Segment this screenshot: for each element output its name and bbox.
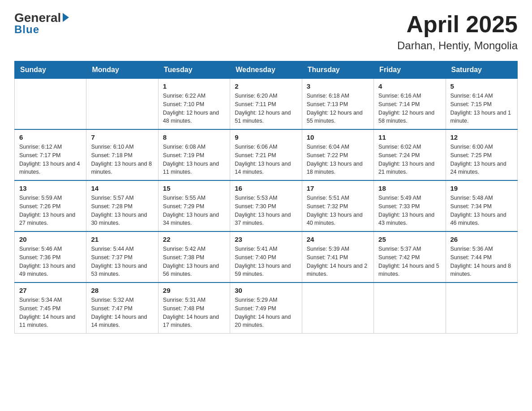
day-number: 23	[235, 235, 297, 243]
day-number: 22	[163, 235, 225, 243]
day-number: 8	[163, 133, 225, 141]
calendar-cell: 20Sunrise: 5:46 AM Sunset: 7:36 PM Dayli…	[15, 231, 86, 283]
day-info: Sunrise: 5:37 AM Sunset: 7:42 PM Dayligh…	[378, 245, 441, 278]
day-info: Sunrise: 6:22 AM Sunset: 7:10 PM Dayligh…	[163, 92, 225, 125]
calendar-cell: 9Sunrise: 6:06 AM Sunset: 7:21 PM Daylig…	[230, 129, 302, 180]
day-info: Sunrise: 5:41 AM Sunset: 7:40 PM Dayligh…	[235, 245, 297, 278]
day-number: 28	[91, 287, 153, 294]
calendar-cell: 14Sunrise: 5:57 AM Sunset: 7:28 PM Dayli…	[86, 180, 158, 231]
calendar-cell: 5Sunrise: 6:14 AM Sunset: 7:15 PM Daylig…	[446, 79, 517, 130]
location-title: Darhan, Hentiy, Mongolia	[397, 39, 518, 52]
calendar-cell: 7Sunrise: 6:10 AM Sunset: 7:18 PM Daylig…	[86, 129, 158, 180]
day-number: 27	[19, 287, 82, 294]
calendar-cell: 30Sunrise: 5:29 AM Sunset: 7:49 PM Dayli…	[230, 283, 302, 334]
calendar-cell: 19Sunrise: 5:48 AM Sunset: 7:34 PM Dayli…	[446, 180, 517, 231]
day-info: Sunrise: 5:46 AM Sunset: 7:36 PM Dayligh…	[19, 245, 82, 278]
day-info: Sunrise: 6:18 AM Sunset: 7:13 PM Dayligh…	[307, 92, 369, 125]
day-number: 12	[450, 133, 513, 141]
day-number: 30	[235, 287, 297, 294]
day-info: Sunrise: 6:08 AM Sunset: 7:19 PM Dayligh…	[163, 143, 225, 176]
calendar-cell: 29Sunrise: 5:31 AM Sunset: 7:48 PM Dayli…	[158, 283, 230, 334]
day-info: Sunrise: 5:53 AM Sunset: 7:30 PM Dayligh…	[235, 194, 297, 227]
title-block: April 2025 Darhan, Hentiy, Mongolia	[397, 11, 518, 52]
day-number: 5	[450, 82, 513, 90]
day-info: Sunrise: 5:32 AM Sunset: 7:47 PM Dayligh…	[91, 296, 153, 330]
day-number: 10	[307, 133, 369, 141]
calendar-week-2: 6Sunrise: 6:12 AM Sunset: 7:17 PM Daylig…	[15, 129, 518, 180]
calendar-cell: 11Sunrise: 6:02 AM Sunset: 7:24 PM Dayli…	[374, 129, 446, 180]
calendar-cell: 10Sunrise: 6:04 AM Sunset: 7:22 PM Dayli…	[302, 129, 373, 180]
day-number: 13	[19, 184, 82, 192]
day-number: 18	[378, 184, 441, 192]
calendar-cell	[446, 283, 517, 334]
day-info: Sunrise: 6:00 AM Sunset: 7:25 PM Dayligh…	[450, 143, 513, 176]
day-info: Sunrise: 5:31 AM Sunset: 7:48 PM Dayligh…	[163, 296, 225, 330]
calendar-header-saturday: Saturday	[446, 61, 517, 79]
day-number: 9	[235, 133, 297, 141]
calendar-cell: 12Sunrise: 6:00 AM Sunset: 7:25 PM Dayli…	[446, 129, 517, 180]
day-info: Sunrise: 6:14 AM Sunset: 7:15 PM Dayligh…	[450, 92, 513, 125]
logo: General Blue	[14, 11, 69, 36]
calendar-cell: 17Sunrise: 5:51 AM Sunset: 7:32 PM Dayli…	[302, 180, 373, 231]
day-number: 26	[450, 235, 513, 243]
day-number: 11	[378, 133, 441, 141]
calendar-cell: 24Sunrise: 5:39 AM Sunset: 7:41 PM Dayli…	[302, 231, 373, 283]
day-number: 14	[91, 184, 153, 192]
day-info: Sunrise: 5:55 AM Sunset: 7:29 PM Dayligh…	[163, 194, 225, 227]
day-number: 20	[19, 235, 82, 243]
day-info: Sunrise: 6:20 AM Sunset: 7:11 PM Dayligh…	[235, 92, 297, 125]
day-info: Sunrise: 6:06 AM Sunset: 7:21 PM Dayligh…	[235, 143, 297, 176]
calendar-cell: 27Sunrise: 5:34 AM Sunset: 7:45 PM Dayli…	[15, 283, 86, 334]
calendar-cell: 21Sunrise: 5:44 AM Sunset: 7:37 PM Dayli…	[86, 231, 158, 283]
calendar-cell: 16Sunrise: 5:53 AM Sunset: 7:30 PM Dayli…	[230, 180, 302, 231]
calendar-cell: 25Sunrise: 5:37 AM Sunset: 7:42 PM Dayli…	[374, 231, 446, 283]
day-info: Sunrise: 5:42 AM Sunset: 7:38 PM Dayligh…	[163, 245, 225, 278]
day-number: 4	[378, 82, 441, 90]
calendar-cell: 22Sunrise: 5:42 AM Sunset: 7:38 PM Dayli…	[158, 231, 230, 283]
day-info: Sunrise: 5:48 AM Sunset: 7:34 PM Dayligh…	[450, 194, 513, 227]
day-number: 21	[91, 235, 153, 243]
calendar-cell	[374, 283, 446, 334]
day-info: Sunrise: 5:29 AM Sunset: 7:49 PM Dayligh…	[235, 296, 297, 330]
day-number: 25	[378, 235, 441, 243]
day-info: Sunrise: 6:10 AM Sunset: 7:18 PM Dayligh…	[91, 143, 153, 176]
day-number: 7	[91, 133, 153, 141]
calendar-cell: 18Sunrise: 5:49 AM Sunset: 7:33 PM Dayli…	[374, 180, 446, 231]
day-info: Sunrise: 5:36 AM Sunset: 7:44 PM Dayligh…	[450, 245, 513, 278]
calendar-week-5: 27Sunrise: 5:34 AM Sunset: 7:45 PM Dayli…	[15, 283, 518, 334]
calendar-cell: 26Sunrise: 5:36 AM Sunset: 7:44 PM Dayli…	[446, 231, 517, 283]
calendar-cell: 1Sunrise: 6:22 AM Sunset: 7:10 PM Daylig…	[158, 79, 230, 130]
page-header: General Blue April 2025 Darhan, Hentiy, …	[14, 11, 518, 52]
calendar-cell: 3Sunrise: 6:18 AM Sunset: 7:13 PM Daylig…	[302, 79, 373, 130]
day-info: Sunrise: 5:49 AM Sunset: 7:33 PM Dayligh…	[378, 194, 441, 227]
calendar-header-sunday: Sunday	[15, 61, 86, 79]
day-info: Sunrise: 5:44 AM Sunset: 7:37 PM Dayligh…	[91, 245, 153, 278]
day-number: 6	[19, 133, 82, 141]
day-info: Sunrise: 5:57 AM Sunset: 7:28 PM Dayligh…	[91, 194, 153, 227]
day-info: Sunrise: 5:51 AM Sunset: 7:32 PM Dayligh…	[307, 194, 369, 227]
calendar-header-thursday: Thursday	[302, 61, 373, 79]
day-info: Sunrise: 5:39 AM Sunset: 7:41 PM Dayligh…	[307, 245, 369, 278]
day-info: Sunrise: 6:16 AM Sunset: 7:14 PM Dayligh…	[378, 92, 441, 125]
calendar-header-wednesday: Wednesday	[230, 61, 302, 79]
calendar-header-monday: Monday	[86, 61, 158, 79]
day-info: Sunrise: 5:59 AM Sunset: 7:26 PM Dayligh…	[19, 194, 82, 227]
day-number: 2	[235, 82, 297, 90]
calendar-cell: 8Sunrise: 6:08 AM Sunset: 7:19 PM Daylig…	[158, 129, 230, 180]
logo-blue-label: Blue	[14, 23, 39, 36]
day-number: 17	[307, 184, 369, 192]
day-number: 29	[163, 287, 225, 294]
day-number: 1	[163, 82, 225, 90]
calendar-week-1: 1Sunrise: 6:22 AM Sunset: 7:10 PM Daylig…	[15, 79, 518, 130]
day-number: 16	[235, 184, 297, 192]
calendar-week-4: 20Sunrise: 5:46 AM Sunset: 7:36 PM Dayli…	[15, 231, 518, 283]
day-number: 19	[450, 184, 513, 192]
day-number: 24	[307, 235, 369, 243]
calendar-cell: 15Sunrise: 5:55 AM Sunset: 7:29 PM Dayli…	[158, 180, 230, 231]
calendar-cell: 2Sunrise: 6:20 AM Sunset: 7:11 PM Daylig…	[230, 79, 302, 130]
calendar-cell: 4Sunrise: 6:16 AM Sunset: 7:14 PM Daylig…	[374, 79, 446, 130]
day-info: Sunrise: 5:34 AM Sunset: 7:45 PM Dayligh…	[19, 296, 82, 330]
day-info: Sunrise: 6:12 AM Sunset: 7:17 PM Dayligh…	[19, 143, 82, 176]
month-title: April 2025	[397, 11, 518, 38]
logo-arrow-icon	[63, 13, 69, 22]
